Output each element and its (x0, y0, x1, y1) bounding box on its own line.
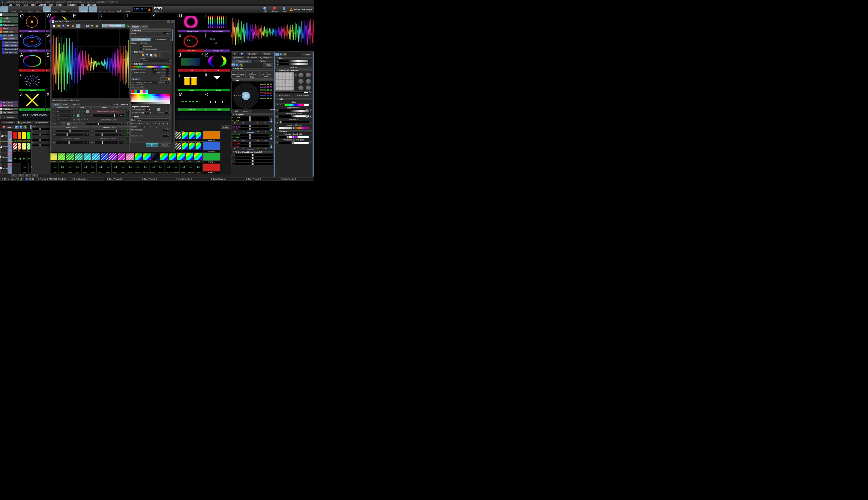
slider-min-button[interactable]: ◀ (275, 60, 279, 62)
base-delete-button[interactable]: ✗ (158, 54, 161, 57)
action-depth-value[interactable]: 1 (145, 108, 148, 111)
page-tab[interactable]: 50... (25, 174, 31, 177)
cue-cell[interactable]: M ◎ Dash Line (178, 92, 204, 111)
fx-stop-cell[interactable]: ×Stop (8, 141, 12, 152)
palette-slot[interactable] (146, 90, 148, 93)
position-range-bar[interactable] (275, 91, 308, 93)
fx-cell[interactable]: Color (189, 141, 195, 152)
mod-osc-button[interactable] (126, 123, 129, 126)
toolbar-button[interactable]: Back (115, 7, 123, 12)
menu-item[interactable]: Language (85, 4, 98, 6)
link-arrows-icon[interactable]: ◄◄ (271, 126, 272, 129)
enable-laser-output-button[interactable]: ✱ Enable Laser Output (289, 7, 312, 12)
blackout-button[interactable]: − Blackout (270, 7, 279, 12)
projector-status[interactable]: Demo Projector 8 (279, 177, 313, 181)
amp-m-value[interactable]: 0 (119, 141, 124, 144)
blank-mask-value[interactable]: 57 (153, 71, 158, 74)
mirror-2d-button-2[interactable] (162, 122, 165, 125)
fx-stop-cell[interactable]: ×Stop (8, 130, 12, 141)
radio-overlapping[interactable] (140, 48, 142, 50)
page-tab[interactable]: 25... (18, 174, 24, 177)
fx-cell[interactable]: Tint (143, 152, 151, 162)
toolbar-button[interactable]: Cloud (27, 7, 35, 12)
fx-beat-slider[interactable]: FX4 Beat (231, 145, 270, 148)
cue-cell[interactable]: u ● Radio Waves (178, 33, 204, 52)
base-save-button[interactable] (145, 54, 149, 57)
y-interaction-dropdown[interactable]: Add (56, 114, 73, 117)
cue-cell[interactable]: i ● Triangle Field (204, 33, 230, 52)
menu-item[interactable]: Page (21, 4, 29, 6)
fx-beat-slider[interactable]: FX2 Beat (231, 128, 270, 130)
toolbar-button[interactable]: Flash-Solo (68, 7, 78, 12)
fx-cell[interactable]: Strong Crs (157, 163, 164, 173)
slider-max-button[interactable]: ▶ (309, 60, 312, 62)
base-image-header[interactable]: ▼Base Image (131, 51, 171, 53)
cue-cell[interactable]: J Σ ● 23 (178, 52, 204, 72)
set-jump-button[interactable]: ➲Set/JumpClear (245, 70, 259, 79)
globe-icon[interactable] (270, 146, 273, 148)
menu-item[interactable]: File (1, 4, 7, 6)
brush-width-value[interactable]: 10 (165, 81, 169, 84)
amp-m-slider[interactable] (94, 141, 118, 144)
radio-close-shape[interactable] (140, 45, 142, 47)
menu-item[interactable]: Edit (7, 4, 14, 6)
sidebar-item[interactable]: User Defined (0, 111, 19, 114)
page-tab[interactable]: 75... (32, 174, 38, 177)
live-mode-button[interactable] (231, 63, 235, 67)
tag-button[interactable] (90, 24, 94, 28)
fx-cell[interactable]: 2 Orange (17, 130, 22, 141)
tab-bank3[interactable]: Bank 3 (71, 103, 80, 106)
fx-clock-slider[interactable]: FX4 Clock (231, 142, 270, 145)
projector-status[interactable]: Demo Projector 7 (244, 177, 279, 181)
projector-status[interactable]: Demo Projector 2 (71, 177, 105, 181)
layers-mode-button[interactable] (239, 63, 243, 67)
time-fun-header[interactable]: ▼Time fun (231, 67, 273, 70)
fx-speed-scale[interactable]: 1/4 1/2 1x 2x 4x (231, 139, 270, 141)
fx-cell[interactable]: Color (177, 152, 185, 162)
palette-slot[interactable] (142, 90, 145, 93)
tab-dynamics[interactable]: Dynamics (231, 56, 245, 59)
reflect-y-checkbox[interactable] (147, 126, 149, 128)
tab-universe[interactable] (238, 52, 245, 56)
cue-cell[interactable]: U ● Forbidden Donut (178, 13, 204, 33)
fx-cell[interactable]: 24 Color (195, 130, 202, 141)
cue-cell[interactable]: j ◎ Beer (178, 72, 204, 91)
cue-cell[interactable]: I ● Dancing Blobs (204, 13, 230, 33)
fx-speed-scale[interactable]: 1/4 1/2 1x 2x 4x (231, 130, 270, 133)
undock-button[interactable]: Undock (221, 125, 230, 129)
fx-cell[interactable]: BY (175, 130, 182, 141)
fx-cell[interactable]: R>Magenta (117, 152, 126, 162)
fx-cell[interactable]: Dark (151, 152, 160, 162)
fx-cell[interactable]: Color (13, 141, 17, 152)
sidebar-item[interactable]: Test Patterns (0, 107, 19, 111)
reverse-playing-cues-button[interactable]: ⇆Reverse playing cues (231, 70, 245, 79)
enable-z-oscillators[interactable]: Enable Z Oscillators (110, 104, 129, 106)
toolbar-button[interactable]: Multi cue (98, 7, 107, 12)
disk-display[interactable]: 00:01:39.5600:01:39.5600:01:39.5600:01:3… (231, 82, 273, 110)
fx-cell[interactable]: R>Lime (57, 152, 66, 162)
menu-item[interactable]: Update (55, 4, 64, 6)
fx-cell[interactable]: Noise 3 (104, 163, 112, 173)
cue-cell[interactable]: K ● 24 (204, 52, 230, 72)
fx-cell[interactable]: Color (169, 152, 177, 162)
globe-icon[interactable] (270, 138, 273, 140)
fx-shift-slider[interactable]: FX1 (231, 154, 273, 156)
sidebar-item[interactable]: Brush Graphics (0, 34, 19, 37)
fx-cell[interactable]: R>Purple (108, 152, 117, 162)
tab-effect[interactable]: ΣEffect (252, 59, 273, 63)
fx-speed-scale[interactable]: 1/4 1/2 1x 2x 4x (231, 148, 270, 150)
speed-m-slider[interactable] (56, 141, 83, 144)
checkbox[interactable] (110, 104, 112, 106)
fx-cell[interactable]: Color (26, 141, 31, 152)
window-mode-button[interactable] (279, 53, 283, 56)
tab-fixture[interactable]: ≡Fixture (260, 52, 273, 56)
fx-cell[interactable]: Pulse (21, 163, 28, 173)
blank-mask-checkbox[interactable] (131, 71, 133, 73)
cue-cell[interactable]: Z ◎ X (19, 92, 45, 111)
pause-button[interactable]: Pause (280, 7, 288, 12)
toolbar-button[interactable]: Restart (51, 7, 59, 12)
pre-effect-delay-value[interactable]: 0.00 (163, 128, 169, 131)
fx-cell[interactable]: Wipe Sm 1 (127, 163, 135, 173)
position-pad[interactable] (275, 72, 294, 91)
color-norm-handle[interactable]: Norm. (279, 104, 285, 106)
